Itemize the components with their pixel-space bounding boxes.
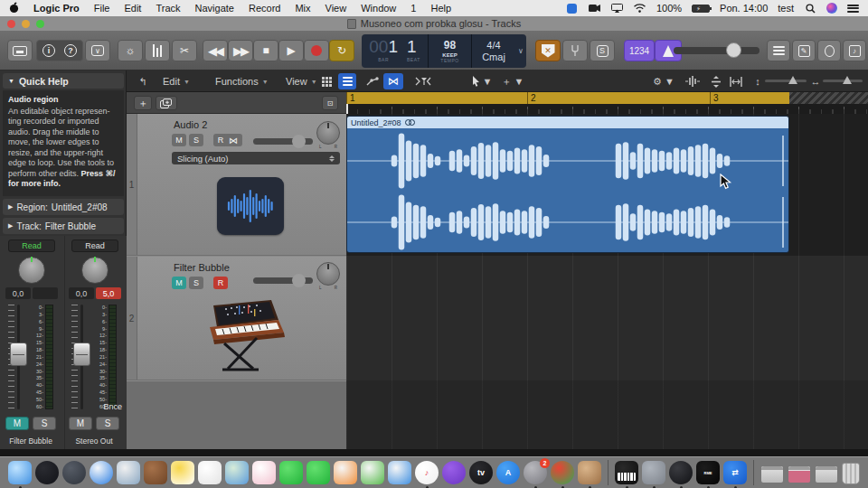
apple-menu-icon[interactable]: [9, 2, 19, 15]
notification-center-icon[interactable]: [847, 5, 859, 13]
zoom-presets-gear-menu[interactable]: ⚙▼: [649, 73, 678, 89]
lane-area[interactable]: 1 2 3 Untitled_2#08: [346, 92, 868, 449]
dock-facetime[interactable]: [307, 461, 330, 484]
horizontal-zoom-slider[interactable]: [823, 80, 863, 82]
menu-item-edit[interactable]: Edit: [124, 3, 141, 14]
menu-item-mix[interactable]: Mix: [295, 3, 310, 14]
track-name[interactable]: Filter Bubble: [174, 262, 230, 273]
catch-playhead-icon[interactable]: [412, 73, 434, 89]
vertical-zoom-icon[interactable]: [707, 73, 725, 89]
dock-teamviewer[interactable]: ⇄: [723, 461, 747, 484]
zoom-window-button[interactable]: [36, 20, 44, 28]
functions-menu[interactable]: Functions▼: [215, 70, 269, 92]
dock-minimized-window-2[interactable]: [788, 465, 811, 483]
dock-maps[interactable]: [225, 461, 249, 484]
gain-value[interactable]: [33, 287, 58, 299]
dock-minimized-window-3[interactable]: [815, 465, 838, 483]
dock-finder[interactable]: [8, 461, 32, 484]
fader-cap[interactable]: [73, 343, 90, 366]
forward-button[interactable]: ▶▶: [228, 40, 253, 61]
dock-app-store[interactable]: A: [496, 461, 520, 484]
strip-solo-button[interactable]: S: [96, 417, 119, 430]
track-mute-button[interactable]: M: [172, 277, 186, 289]
dock-chrome[interactable]: [551, 461, 574, 484]
track-volume-thumb[interactable]: [292, 135, 306, 148]
lcd-tempo[interactable]: 98: [444, 39, 456, 52]
wifi-icon[interactable]: [634, 3, 646, 14]
lcd-mode-chevron[interactable]: ∨: [515, 34, 526, 68]
pan-knob[interactable]: [18, 257, 45, 284]
track-volume-slider[interactable]: [253, 138, 313, 145]
menu-item-record[interactable]: Record: [249, 3, 280, 14]
view-menu[interactable]: View▼: [286, 70, 317, 92]
menu-item-1[interactable]: 1: [410, 3, 416, 14]
dock-minimized-window-1[interactable]: [760, 465, 784, 483]
count-in-button[interactable]: 1234: [624, 40, 655, 61]
duplicate-track-button[interactable]: [156, 96, 177, 110]
volume-thumb[interactable]: [726, 42, 741, 58]
track-flex-icon[interactable]: ⋈: [224, 134, 242, 146]
track-name[interactable]: Audio 2: [174, 119, 207, 130]
library-button[interactable]: [7, 40, 33, 61]
grid-view-icon[interactable]: [318, 73, 335, 89]
empty-header-area[interactable]: [127, 381, 346, 449]
track-pan-knob[interactable]: LR: [316, 262, 340, 286]
master-volume-slider[interactable]: [674, 47, 760, 54]
automation-icon[interactable]: [363, 73, 382, 89]
track-volume-thumb[interactable]: [292, 274, 306, 287]
vertical-zoom-slider[interactable]: [765, 80, 807, 82]
strip-mute-button[interactable]: M: [5, 417, 29, 430]
dock-photos[interactable]: [252, 461, 276, 484]
dock-messages[interactable]: [279, 461, 303, 484]
siri-icon[interactable]: [826, 3, 837, 14]
stop-button[interactable]: ■: [253, 40, 278, 61]
dock-calendar[interactable]: [578, 461, 601, 484]
gain-value[interactable]: 5,0: [96, 287, 121, 299]
track-volume-slider[interactable]: [253, 277, 313, 284]
dock-siri[interactable]: [35, 461, 59, 484]
dock-preview[interactable]: [117, 461, 140, 484]
minimize-window-button[interactable]: [22, 20, 30, 28]
track-lane-filter-bubble[interactable]: [346, 256, 868, 380]
secondary-tool-menu[interactable]: ＋▼: [499, 73, 526, 89]
punch-button[interactable]: ✕: [535, 40, 561, 61]
volume-fader[interactable]: 0-3-6-9-12-15-18-21-24-30-35-40-45-50-60…: [5, 305, 58, 409]
camera-record-icon[interactable]: [589, 3, 601, 14]
track-list-view-icon[interactable]: [338, 73, 356, 89]
horizontal-zoom-icon[interactable]: [727, 73, 745, 89]
track-pan-knob[interactable]: LR: [316, 121, 340, 145]
airplay-display-icon[interactable]: [611, 3, 624, 14]
dock-pages[interactable]: [334, 461, 357, 484]
track-solo-button[interactable]: S: [189, 277, 203, 289]
strip-solo-button[interactable]: S: [33, 417, 56, 430]
dock-contacts[interactable]: [144, 461, 167, 484]
dock-launchpad[interactable]: [62, 461, 86, 484]
header-options-button[interactable]: ⊡: [322, 96, 338, 110]
rewind-button[interactable]: ◀◀: [203, 40, 228, 61]
menu-user[interactable]: test: [778, 3, 794, 14]
list-editors-button[interactable]: [767, 40, 790, 61]
automation-mode-button[interactable]: Read: [8, 239, 55, 252]
flex-mode-dropdown[interactable]: Slicing (Auto): [172, 152, 340, 164]
dock-system-preferences[interactable]: 2: [524, 461, 547, 484]
dock-midi-keyboard[interactable]: [615, 461, 638, 484]
menu-item-track[interactable]: Track: [156, 3, 180, 14]
playhead[interactable]: [346, 104, 348, 114]
spotlight-search-icon[interactable]: [804, 3, 816, 14]
window-title-bar[interactable]: Musoneo com probka glosu - Tracks: [0, 16, 868, 31]
loop-browser-button[interactable]: [817, 40, 841, 61]
tools-scissors-button[interactable]: ✂: [172, 40, 197, 61]
play-button[interactable]: ▶: [278, 40, 304, 61]
dock-numbers[interactable]: [361, 461, 384, 484]
cycle-button[interactable]: ↻: [329, 40, 354, 61]
menu-item-help[interactable]: Help: [430, 3, 451, 14]
menu-item-app[interactable]: Logic Pro: [33, 3, 80, 14]
mixer-button[interactable]: [145, 40, 170, 61]
vertical-zoom-thumb[interactable]: [788, 76, 797, 84]
strip-name[interactable]: Stereo Out: [65, 436, 123, 446]
solo-mode-button[interactable]: S: [590, 40, 615, 61]
dock-dvd-player[interactable]: [669, 461, 693, 484]
menu-item-file[interactable]: File: [94, 3, 110, 14]
tuner-button[interactable]: [562, 40, 588, 61]
strip-name[interactable]: Filter Bubble: [2, 436, 60, 446]
